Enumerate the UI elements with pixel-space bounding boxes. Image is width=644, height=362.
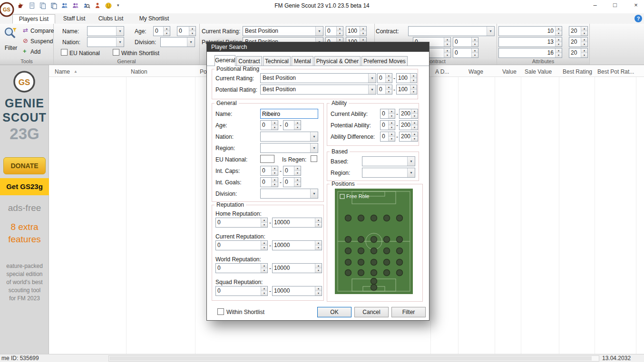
position-dot[interactable] [371,285,377,291]
spin-up-icon[interactable]: ▲ [410,74,417,78]
tab-clubs-list[interactable]: Clubs List [95,14,127,24]
position-dot[interactable] [397,270,403,276]
dlg-division-combo[interactable]: ▾ [260,189,318,199]
dlg-current-rating-combo[interactable]: Best Position▾ [260,73,376,83]
spin-up-icon[interactable]: ▲ [337,27,343,31]
spin-up-icon[interactable]: ▲ [410,85,417,90]
spin-up-icon[interactable]: ▲ [272,121,278,125]
dlg-nation-combo[interactable]: ▾ [260,132,318,142]
filter-button-dialog[interactable]: Filter [391,307,426,317]
dialog-tab-technical[interactable]: Technical [263,56,291,66]
maximize-button[interactable]: □ [608,0,622,11]
based-region-combo[interactable]: ▾ [362,168,415,178]
spin-up-icon[interactable]: ▲ [315,286,322,291]
squad-reputation-max-spinner[interactable]: 10000▲▼ [272,286,322,296]
position-dot[interactable] [345,259,351,266]
position-dot[interactable] [371,237,377,243]
spin-up-icon[interactable]: ▲ [189,27,195,31]
dlg-current-rating-max-spinner[interactable]: 100▲▼ [396,73,417,83]
position-dot[interactable] [384,270,390,276]
dialog-tab-contract[interactable]: Contract [236,56,262,66]
spin-down-icon[interactable]: ▼ [389,125,395,130]
spin-down-icon[interactable]: ▼ [581,42,587,47]
potential-ability-max-spinner[interactable]: 200▲▼ [399,120,418,130]
position-dot[interactable] [345,248,351,254]
dropdown-arrow-icon[interactable]: ▾ [368,85,376,94]
spin-up-icon[interactable]: ▲ [581,27,587,31]
contract-row2-max-spinner[interactable]: 0▲▼ [453,37,478,47]
horizontal-scrollbar[interactable] [108,355,599,362]
spin-down-icon[interactable]: ▼ [411,114,418,118]
position-dot[interactable] [397,237,403,243]
spin-down-icon[interactable]: ▼ [472,53,478,57]
position-dot[interactable] [371,278,377,285]
position-dot[interactable] [384,237,390,243]
spin-down-icon[interactable]: ▼ [386,90,392,94]
dlg-potential-rating-max-spinner[interactable]: 100▲▼ [396,85,417,95]
dialog-titlebar[interactable]: Player Search [207,42,429,52]
filter-icon[interactable] [3,26,18,42]
spin-down-icon[interactable]: ▼ [444,53,450,57]
dialog-tab-physical-other[interactable]: Physical & Other [314,56,361,66]
dropdown-arrow-icon[interactable]: ▾ [407,157,415,166]
dropdown-arrow-icon[interactable]: ▾ [116,27,124,36]
dropdown-arrow-icon[interactable]: ▾ [407,168,415,177]
spin-down-icon[interactable]: ▼ [410,90,417,94]
spin-up-icon[interactable]: ▲ [472,48,478,53]
spin-down-icon[interactable]: ▼ [315,291,322,295]
spin-up-icon[interactable]: ▲ [261,241,267,246]
dialog-tab-mental[interactable]: Mental [292,56,313,66]
dropdown-arrow-icon[interactable]: ▾ [116,38,124,47]
spin-up-icon[interactable]: ▲ [556,27,562,31]
spin-down-icon[interactable]: ▼ [189,31,195,36]
ok-button[interactable]: OK [317,307,351,317]
column-header-best-pot-rating[interactable]: Best Pot Rat... [597,68,634,75]
column-header-best-rating[interactable]: Best Rating [563,68,592,75]
spin-up-icon[interactable]: ▲ [164,27,170,31]
spin-up-icon[interactable]: ▲ [272,166,278,171]
age-max-spinner[interactable]: 0▲▼ [177,26,196,36]
column-header-nation[interactable]: Nation [131,68,147,75]
spin-up-icon[interactable]: ▲ [386,85,392,90]
spin-up-icon[interactable]: ▲ [411,132,418,137]
tab-staff-list[interactable]: Staff List [59,14,89,24]
tab-my-shortlist[interactable]: My Shortlist [135,14,173,24]
world-reputation-max-spinner[interactable]: 10000▲▼ [272,263,322,273]
spin-up-icon[interactable]: ▲ [261,264,267,268]
position-dot[interactable] [397,215,403,221]
position-dot[interactable] [384,215,390,221]
help-icon[interactable]: ? [634,15,642,22]
spin-down-icon[interactable]: ▼ [261,223,267,227]
spin-up-icon[interactable]: ▲ [360,27,366,31]
spin-up-icon[interactable]: ▲ [556,38,562,42]
dlg-region-combo[interactable]: ▾ [260,143,318,153]
tab-players-list[interactable]: Players List [12,14,55,24]
current-reputation-min-spinner[interactable]: 0▲▼ [215,240,268,250]
spin-down-icon[interactable]: ▼ [556,53,562,57]
dropdown-arrow-icon[interactable]: ▾ [310,189,318,198]
column-header-sale-value[interactable]: Sale Value [525,68,552,75]
dlg-int-goals-min-spinner[interactable]: 0▲▼ [260,177,278,187]
dialog-tab-general[interactable]: General [215,55,235,66]
spin-down-icon[interactable]: ▼ [410,78,417,83]
minimize-button[interactable]: – [588,0,602,11]
current-reputation-max-spinner[interactable]: 10000▲▼ [272,240,322,250]
position-dot[interactable] [345,237,351,243]
spin-down-icon[interactable]: ▼ [581,53,587,57]
spin-down-icon[interactable]: ▼ [164,31,170,36]
spin-up-icon[interactable]: ▲ [389,121,395,125]
column-header-value[interactable]: Value [502,68,517,75]
spin-up-icon[interactable]: ▲ [294,166,301,171]
dlg-int-goals-max-spinner[interactable]: 0▲▼ [283,177,301,187]
spin-up-icon[interactable]: ▲ [444,48,450,53]
home-reputation-max-spinner[interactable]: 10000▲▼ [272,218,322,228]
spin-down-icon[interactable]: ▼ [315,246,322,250]
dlg-current-rating-min-spinner[interactable]: 0▲▼ [377,73,392,83]
spin-up-icon[interactable]: ▲ [294,121,301,125]
attribute-2-value-spinner[interactable]: 13▲▼ [498,37,562,47]
spin-up-icon[interactable]: ▲ [272,178,278,182]
spin-down-icon[interactable]: ▼ [272,171,278,175]
spin-up-icon[interactable]: ▲ [315,241,322,246]
spin-down-icon[interactable]: ▼ [360,31,366,36]
spin-up-icon[interactable]: ▲ [294,178,301,182]
